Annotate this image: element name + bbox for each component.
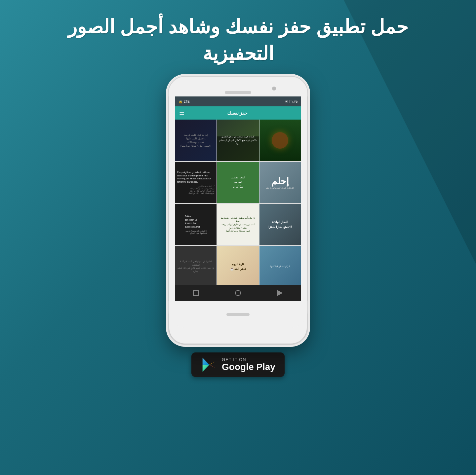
recents-button[interactable] bbox=[275, 288, 285, 298]
phone-bottom bbox=[169, 301, 307, 328]
phone-nav-bar bbox=[175, 285, 301, 301]
google-play-button[interactable]: GET IT ON Google Play bbox=[191, 352, 285, 377]
svg-marker-3 bbox=[209, 365, 215, 368]
image-grid: إن طاعت عليك فرصةواحترق قلبك عليهاأطفئها… bbox=[175, 120, 301, 285]
back-button[interactable] bbox=[191, 288, 201, 298]
svg-marker-1 bbox=[203, 365, 210, 372]
play-store-icon bbox=[201, 356, 217, 373]
grid-item[interactable]: كلمات فريدة يجب أن تدخل الفشل بالأسر في … bbox=[217, 120, 258, 161]
grid-item[interactable]: اتركها تشكر كما كانها bbox=[259, 246, 301, 285]
status-left: 🔒 LTE bbox=[178, 100, 190, 103]
grid-item[interactable]: قارة اليومقاهر الغد ☕ bbox=[217, 246, 258, 285]
grid-item[interactable] bbox=[259, 120, 301, 161]
google-play-text-area: GET IT ON Google Play bbox=[222, 357, 275, 372]
lock-icon: 🔒 bbox=[178, 100, 182, 103]
grid-item[interactable]: إن بكى أحد وطرق بابك في جنحك بها جميلاأن… bbox=[217, 204, 258, 245]
app-title: حفز نفسك bbox=[227, 110, 248, 116]
status-bar: 🔒 LTE ✉ f ٢:٣٥ bbox=[175, 96, 301, 106]
status-right: ✉ f ٢:٣٥ bbox=[285, 100, 298, 103]
grid-container: إن طاعت عليك فرصةواحترق قلبك عليهاأطفئها… bbox=[175, 120, 301, 285]
home-indicator bbox=[226, 313, 250, 316]
grid-item[interactable]: إحلم كل فكرة كبيرة، كانت بالبداية حلم bbox=[259, 162, 301, 203]
circle-icon bbox=[235, 290, 241, 296]
square-icon bbox=[193, 290, 199, 296]
grid-item[interactable]: اعلموا أن تقولوا في أنفسكم أنا لا استطيع… bbox=[175, 246, 217, 285]
svg-marker-2 bbox=[209, 361, 215, 365]
phone-speaker bbox=[225, 91, 251, 94]
svg-marker-0 bbox=[203, 358, 210, 365]
grid-item[interactable]: Every night we go to bed , with no assur… bbox=[175, 162, 217, 203]
time-display: ٢:٣٥ bbox=[292, 100, 298, 103]
phone-camera bbox=[272, 87, 276, 91]
page-content: حمل تطبيق حفز نفسك وشاهد أجمل الصور التح… bbox=[0, 0, 476, 377]
phone-screen: 🔒 LTE ✉ f ٢:٣٥ ☰ حفز نفسك إن ط bbox=[175, 96, 301, 301]
grid-item[interactable]: Failurecan teach uslessons thatsuccess c… bbox=[175, 204, 217, 245]
play-triangle-icon bbox=[277, 290, 283, 296]
grid-item[interactable]: اشعر بنفسكتمارسمبارك ه bbox=[217, 162, 258, 203]
phone-top bbox=[169, 77, 307, 96]
home-button[interactable] bbox=[233, 288, 243, 298]
store-name-text: Google Play bbox=[222, 362, 275, 372]
grid-item[interactable]: البحار الهادئةلا تصنع بحارا ماهزا bbox=[259, 204, 301, 245]
grid-item[interactable]: إن طاعت عليك فرصةواحترق قلبك عليهاأطفئها… bbox=[175, 120, 217, 161]
page-title: حمل تطبيق حفز نفسك وشاهد أجمل الصور التح… bbox=[0, 13, 476, 67]
phone-mockup: 🔒 LTE ✉ f ٢:٣٥ ☰ حفز نفسك إن ط bbox=[169, 77, 307, 344]
message-icon: ✉ bbox=[285, 100, 288, 103]
hamburger-icon[interactable]: ☰ bbox=[179, 109, 184, 117]
facebook-icon: f bbox=[289, 100, 290, 103]
signal-text: LTE bbox=[184, 100, 190, 103]
app-bar: ☰ حفز نفسك bbox=[175, 106, 301, 120]
get-it-on-text: GET IT ON bbox=[222, 357, 275, 362]
